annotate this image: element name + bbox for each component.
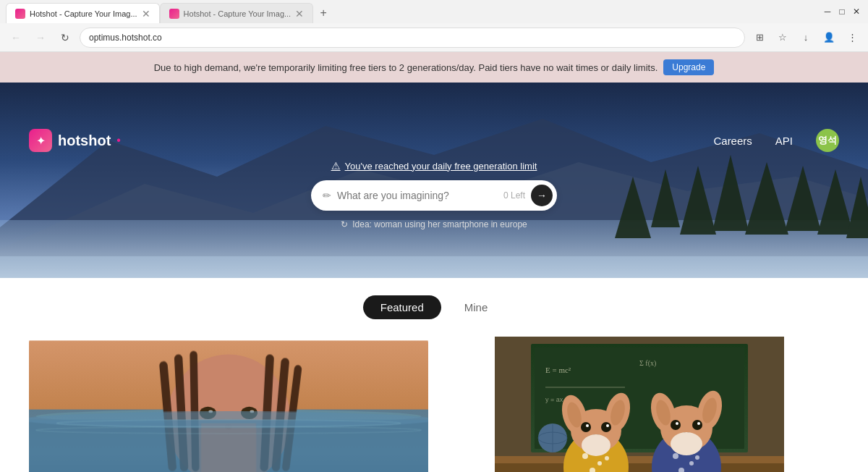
careers-link[interactable]: Careers	[713, 135, 752, 147]
svg-point-47	[597, 461, 602, 465]
browser-tabs: Hotshot - Capture Your Imag... ✕ Hotshot…	[6, 0, 333, 23]
download-button[interactable]: ↓	[796, 28, 816, 48]
svg-point-75	[692, 420, 702, 430]
logo-icon: ✦	[29, 129, 52, 152]
tab-title-1: Hotshot - Capture Your Imag...	[30, 9, 137, 18]
refresh-icon: ↻	[341, 219, 348, 229]
window-controls: ─ □ ✕	[822, 6, 862, 17]
svg-point-60	[582, 434, 610, 456]
address-bar[interactable]: optimus.hotshot.co	[80, 28, 745, 48]
tab-title-2: Hotshot - Capture Your Imag...	[184, 9, 292, 18]
svg-point-79	[671, 432, 702, 455]
bookmark-button[interactable]: ☆	[773, 28, 793, 48]
search-submit-button[interactable]: →	[531, 185, 553, 206]
browser-toolbar: ← → ↻ optimus.hotshot.co ⊞ ☆ ↓ 👤 ⋮	[0, 23, 868, 52]
reload-button[interactable]: ↻	[55, 28, 75, 48]
svg-point-49	[605, 456, 609, 460]
svg-rect-32	[201, 423, 256, 472]
upgrade-button[interactable]: Upgrade	[663, 59, 714, 75]
gallery-item-girl[interactable]	[29, 337, 428, 472]
tab-close-2[interactable]: ✕	[295, 8, 304, 20]
gallery-item-dogs[interactable]: E = mc² Σ f(x) y = ax + b	[440, 337, 839, 472]
browser-actions: ⊞ ☆ ↓ 👤 ⋮	[749, 28, 862, 48]
hero-content: ⚠ You've reached your daily free generat…	[311, 160, 557, 229]
minimize-button[interactable]: ─	[822, 6, 833, 17]
svg-point-46	[582, 453, 588, 459]
search-input[interactable]	[337, 190, 503, 201]
gallery-img-dogs: E = mc² Σ f(x) y = ax + b	[440, 337, 839, 472]
notification-text: Due to high demand, we're temporarily li…	[154, 62, 658, 73]
mine-tab[interactable]: Mine	[447, 295, 506, 319]
logo-dot: •	[116, 134, 121, 147]
svg-point-55	[581, 422, 591, 432]
svg-text:Σ f(x): Σ f(x)	[639, 359, 656, 368]
api-link[interactable]: API	[775, 135, 793, 147]
hint-text: Idea: woman using her smartphone in euro…	[352, 219, 527, 229]
close-button[interactable]: ✕	[851, 6, 862, 17]
tab-favicon-2	[169, 9, 179, 19]
hero-section: ✦ hotshot • Careers API 영석 ⚠ You've reac…	[0, 83, 868, 278]
search-hint: ↻ Idea: woman using her smartphone in eu…	[341, 219, 527, 229]
back-button[interactable]: ←	[6, 28, 26, 48]
forward-button[interactable]: →	[30, 28, 51, 48]
address-text: optimus.hotshot.co	[89, 33, 162, 43]
gallery-grid: E = mc² Σ f(x) y = ax + b	[0, 331, 868, 472]
browser-tab-active[interactable]: Hotshot - Capture Your Imag... ✕	[6, 3, 160, 23]
tab-close-1[interactable]: ✕	[142, 8, 150, 20]
svg-rect-44	[495, 456, 784, 463]
nav-links: Careers API 영석	[713, 129, 839, 152]
featured-tab[interactable]: Featured	[363, 295, 441, 319]
menu-button[interactable]: ⋮	[842, 28, 862, 48]
gallery-img-girl	[29, 337, 428, 472]
svg-point-65	[689, 461, 694, 465]
tabs-section: Featured Mine	[0, 278, 868, 331]
profile-button[interactable]: 👤	[819, 28, 839, 48]
browser-chrome: Hotshot - Capture Your Imag... ✕ Hotshot…	[0, 0, 868, 52]
svg-point-74	[671, 420, 681, 430]
site-logo[interactable]: ✦ hotshot •	[29, 129, 121, 152]
new-tab-button[interactable]: +	[313, 3, 333, 23]
search-pencil-icon: ✏	[323, 190, 331, 201]
extensions-button[interactable]: ⊞	[749, 28, 770, 48]
svg-point-77	[697, 422, 700, 425]
tab-favicon-1	[15, 9, 25, 19]
svg-rect-12	[0, 256, 868, 278]
browser-tab-inactive[interactable]: Hotshot - Capture Your Imag... ✕	[160, 3, 314, 23]
svg-point-76	[676, 422, 678, 425]
search-left-count: 0 Left	[503, 190, 525, 201]
svg-point-56	[601, 422, 611, 432]
browser-title-bar: Hotshot - Capture Your Imag... ✕ Hotshot…	[0, 0, 868, 23]
svg-point-57	[586, 424, 589, 427]
search-container: ✏ 0 Left →	[311, 180, 557, 211]
page-content: Due to high demand, we're temporarily li…	[0, 52, 868, 472]
svg-point-67	[695, 455, 699, 460]
notification-banner: Due to high demand, we're temporarily li…	[0, 52, 868, 83]
maximize-button[interactable]: □	[836, 6, 848, 17]
logo-text: hotshot	[58, 132, 111, 149]
svg-text:E = mc²: E = mc²	[545, 366, 571, 374]
site-navigation: ✦ hotshot • Careers API 영석	[0, 117, 868, 164]
svg-point-64	[673, 453, 678, 459]
svg-point-58	[606, 424, 609, 427]
user-avatar[interactable]: 영석	[816, 129, 839, 152]
